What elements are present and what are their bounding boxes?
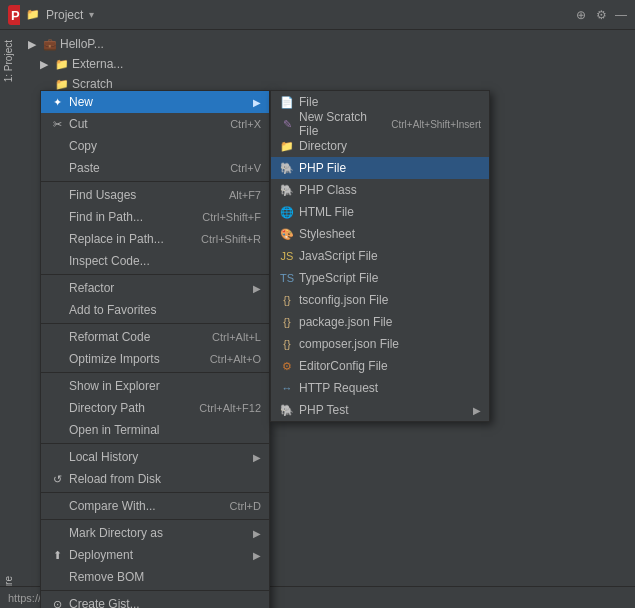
localize-icon[interactable]: ⊕ bbox=[573, 7, 589, 23]
cm-reload-from-disk[interactable]: ↺ Reload from Disk bbox=[41, 468, 269, 490]
favorites-icon bbox=[49, 302, 65, 318]
scratch-icon: ✎ bbox=[279, 116, 295, 132]
project-panel-title: Project bbox=[46, 8, 83, 22]
refactor-icon bbox=[49, 280, 65, 296]
history-arrow-icon: ▶ bbox=[253, 452, 261, 463]
cm-inspect-code[interactable]: Inspect Code... bbox=[41, 250, 269, 272]
php-class-icon: 🐘 bbox=[279, 182, 295, 198]
sub-js-file[interactable]: JS JavaScript File bbox=[271, 245, 489, 267]
separator-5 bbox=[41, 443, 269, 444]
cm-find-usages[interactable]: Find Usages Alt+F7 bbox=[41, 184, 269, 206]
separator-6 bbox=[41, 492, 269, 493]
optimize-icon bbox=[49, 351, 65, 367]
dropdown-arrow-icon[interactable]: ▾ bbox=[89, 9, 94, 20]
cm-local-history[interactable]: Local History ▶ bbox=[41, 446, 269, 468]
cm-create-gist[interactable]: ⊙ Create Gist... bbox=[41, 593, 269, 608]
deployment-arrow-icon: ▶ bbox=[253, 550, 261, 561]
file-tree: ▶ 💼 HelloP... ▶ 📁 Externa... ▶ 📁 Scratch bbox=[20, 30, 635, 98]
ts-icon: TS bbox=[279, 270, 295, 286]
sub-package-json[interactable]: {} package.json File bbox=[271, 311, 489, 333]
sub-html-file[interactable]: 🌐 HTML File bbox=[271, 201, 489, 223]
new-arrow-icon: ▶ bbox=[253, 97, 261, 108]
inspect-icon bbox=[49, 253, 65, 269]
cm-cut[interactable]: ✂ Cut Ctrl+X bbox=[41, 113, 269, 135]
expand-icon-ext: ▶ bbox=[36, 56, 52, 72]
php-file-icon: 🐘 bbox=[279, 160, 295, 176]
show-explorer-icon bbox=[49, 378, 65, 394]
file-type-icon: 📄 bbox=[279, 94, 295, 110]
sub-new-scratch-file[interactable]: ✎ New Scratch File Ctrl+Alt+Shift+Insert bbox=[271, 113, 489, 135]
external-label: Externa... bbox=[72, 57, 123, 71]
find-in-path-icon bbox=[49, 209, 65, 225]
refactor-arrow-icon: ▶ bbox=[253, 283, 261, 294]
submenu-new: 📄 File ✎ New Scratch File Ctrl+Alt+Shift… bbox=[270, 90, 490, 422]
separator-8 bbox=[41, 590, 269, 591]
sub-editorconfig[interactable]: ⚙ EditorConfig File bbox=[271, 355, 489, 377]
dir-path-icon bbox=[49, 400, 65, 416]
cm-remove-bom[interactable]: Remove BOM bbox=[41, 566, 269, 588]
scratch-label: Scratch bbox=[72, 77, 113, 91]
separator-1 bbox=[41, 181, 269, 182]
compare-icon bbox=[49, 498, 65, 514]
mark-dir-arrow-icon: ▶ bbox=[253, 528, 261, 539]
cm-deployment[interactable]: ⬆ Deployment ▶ bbox=[41, 544, 269, 566]
separator-3 bbox=[41, 323, 269, 324]
sub-php-test[interactable]: 🐘 PHP Test ▶ bbox=[271, 399, 489, 421]
cm-reformat[interactable]: Reformat Code Ctrl+Alt+L bbox=[41, 326, 269, 348]
directory-icon: 📁 bbox=[279, 138, 295, 154]
cm-open-in-terminal[interactable]: Open in Terminal bbox=[41, 419, 269, 441]
sub-http-request[interactable]: ↔ HTTP Request bbox=[271, 377, 489, 399]
copy-icon bbox=[49, 138, 65, 154]
cm-add-to-favorites[interactable]: Add to Favorites bbox=[41, 299, 269, 321]
js-icon: JS bbox=[279, 248, 295, 264]
sub-tsconfig[interactable]: {} tsconfig.json File bbox=[271, 289, 489, 311]
tree-item-external[interactable]: ▶ 📁 Externa... bbox=[20, 54, 635, 74]
cm-show-in-explorer[interactable]: Show in Explorer bbox=[41, 375, 269, 397]
gist-icon: ⊙ bbox=[49, 596, 65, 608]
cm-new[interactable]: ✦ New ▶ bbox=[41, 91, 269, 113]
php-test-arrow-icon: ▶ bbox=[473, 405, 481, 416]
deployment-icon: ⬆ bbox=[49, 547, 65, 563]
sub-php-file[interactable]: 🐘 PHP File bbox=[271, 157, 489, 179]
editorconfig-icon: ⚙ bbox=[279, 358, 295, 374]
folder-icon-ext: 📁 bbox=[54, 56, 70, 72]
separator-7 bbox=[41, 519, 269, 520]
expand-icon: ▶ bbox=[24, 36, 40, 52]
side-tab-project[interactable]: 1: Project bbox=[0, 30, 20, 92]
reformat-icon bbox=[49, 329, 65, 345]
side-tabs: 1: Project 7: Structure bbox=[0, 30, 20, 608]
cm-directory-path[interactable]: Directory Path Ctrl+Alt+F12 bbox=[41, 397, 269, 419]
css-icon: 🎨 bbox=[279, 226, 295, 242]
sub-ts-file[interactable]: TS TypeScript File bbox=[271, 267, 489, 289]
package-json-icon: {} bbox=[279, 314, 295, 330]
cm-replace-in-path[interactable]: Replace in Path... Ctrl+Shift+R bbox=[41, 228, 269, 250]
tree-item-hellophp[interactable]: ▶ 💼 HelloP... bbox=[20, 34, 635, 54]
sub-stylesheet[interactable]: 🎨 Stylesheet bbox=[271, 223, 489, 245]
folder-icon: 📁 bbox=[26, 8, 40, 21]
cm-refactor[interactable]: Refactor ▶ bbox=[41, 277, 269, 299]
composer-icon: {} bbox=[279, 336, 295, 352]
cm-mark-directory-as[interactable]: Mark Directory as ▶ bbox=[41, 522, 269, 544]
mark-dir-icon bbox=[49, 525, 65, 541]
remove-bom-icon bbox=[49, 569, 65, 585]
cm-copy[interactable]: Copy bbox=[41, 135, 269, 157]
sub-php-class[interactable]: 🐘 PHP Class bbox=[271, 179, 489, 201]
terminal-icon bbox=[49, 422, 65, 438]
svg-text:P: P bbox=[11, 8, 20, 23]
reload-icon: ↺ bbox=[49, 471, 65, 487]
sub-composer-json[interactable]: {} composer.json File bbox=[271, 333, 489, 355]
settings-icon[interactable]: ⚙ bbox=[593, 7, 609, 23]
project-toolbar: 📁 Project ▾ ⊕ ⚙ — bbox=[20, 0, 635, 30]
cm-optimize-imports[interactable]: Optimize Imports Ctrl+Alt+O bbox=[41, 348, 269, 370]
minimize-icon[interactable]: — bbox=[613, 7, 629, 23]
sub-directory[interactable]: 📁 Directory bbox=[271, 135, 489, 157]
cm-paste[interactable]: Paste Ctrl+V bbox=[41, 157, 269, 179]
cm-find-in-path[interactable]: Find in Path... Ctrl+Shift+F bbox=[41, 206, 269, 228]
find-usages-icon bbox=[49, 187, 65, 203]
cut-icon: ✂ bbox=[49, 116, 65, 132]
separator-2 bbox=[41, 274, 269, 275]
replace-icon bbox=[49, 231, 65, 247]
project-icon: 💼 bbox=[42, 36, 58, 52]
cm-compare-with[interactable]: Compare With... Ctrl+D bbox=[41, 495, 269, 517]
new-icon: ✦ bbox=[49, 94, 65, 110]
